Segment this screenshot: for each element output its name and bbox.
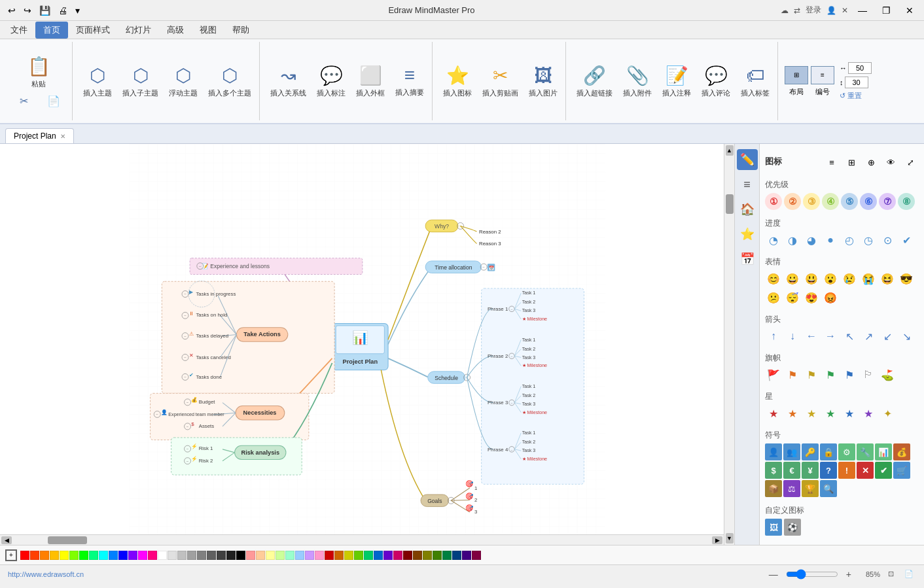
flag-golf-icon[interactable]: ⛳	[879, 366, 896, 383]
star-yellow-icon[interactable]: ★	[803, 405, 820, 422]
color-swatch[interactable]	[217, 551, 226, 560]
zoom-slider[interactable]	[786, 569, 838, 579]
emoji-confused[interactable]: 😕	[765, 289, 782, 306]
view-page-btn[interactable]: 📄	[902, 570, 916, 578]
color-swatch[interactable]	[295, 551, 304, 560]
sym-chart[interactable]: 📊	[875, 443, 892, 460]
color-swatch[interactable]	[207, 551, 216, 560]
menu-advanced[interactable]: 高级	[159, 22, 192, 39]
sym-person[interactable]: 👤	[765, 443, 782, 460]
insert-summary-btn[interactable]: ≡ 插入摘要	[391, 62, 428, 100]
star-red-icon[interactable]: ★	[765, 405, 782, 422]
flag-red-icon[interactable]: 🚩	[765, 366, 782, 383]
color-swatch[interactable]	[236, 551, 245, 560]
custom-icon-2[interactable]: ⚽	[784, 519, 801, 536]
save-btn[interactable]: 💾	[37, 4, 53, 17]
sym-scale[interactable]: ⚖	[783, 480, 800, 497]
color-swatch[interactable]	[40, 551, 49, 560]
emoji-happy[interactable]: 😀	[784, 270, 801, 287]
menu-file[interactable]: 文件	[3, 22, 35, 39]
color-swatch[interactable]	[138, 551, 147, 560]
panel-grid-view-btn[interactable]: ⊞	[843, 154, 860, 171]
priority-1-icon[interactable]: ①	[765, 193, 782, 210]
color-swatch[interactable]	[99, 551, 108, 560]
color-swatch[interactable]	[69, 551, 79, 560]
color-swatch[interactable]	[226, 551, 236, 560]
menu-home[interactable]: 首页	[35, 22, 68, 39]
scroll-thumb[interactable]	[726, 194, 734, 214]
qa-more-btn[interactable]: ▾	[73, 4, 82, 17]
color-swatch[interactable]	[325, 551, 334, 560]
sym-search[interactable]: 🔍	[820, 480, 837, 497]
arrow-ur-icon[interactable]: ↗	[860, 328, 877, 345]
insert-attachment-btn[interactable]: 📎 插入附件	[619, 62, 656, 101]
color-swatch[interactable]	[50, 551, 59, 560]
star-blue-icon[interactable]: ★	[841, 405, 858, 422]
canvas-hscroll[interactable]: ◀ ▶	[0, 534, 724, 545]
scroll-left-btn[interactable]: ◀	[1, 536, 12, 544]
maximize-btn[interactable]: ❐	[877, 4, 895, 17]
progress-a-icon[interactable]: ◴	[841, 232, 858, 249]
color-swatch[interactable]	[275, 551, 285, 560]
x-icon[interactable]: ✕	[842, 6, 848, 15]
progress-done-icon[interactable]: ✔	[898, 232, 915, 249]
color-swatch[interactable]	[256, 551, 265, 560]
emoji-cool[interactable]: 😎	[898, 270, 915, 287]
insert-float-topic-btn[interactable]: ⬡ 浮动主题	[165, 62, 202, 101]
sym-euro[interactable]: €	[783, 462, 800, 479]
color-swatch[interactable]	[118, 551, 128, 560]
height-input[interactable]	[845, 77, 868, 88]
priority-5-icon[interactable]: ⑤	[841, 193, 858, 210]
website-link[interactable]: http://www.edrawsoft.cn	[8, 570, 84, 578]
emoji-angry[interactable]: 😡	[822, 289, 839, 306]
emoji-cry[interactable]: 😭	[860, 270, 877, 287]
color-swatch[interactable]	[344, 551, 353, 560]
color-swatch[interactable]	[393, 551, 402, 560]
sym-money[interactable]: 💰	[893, 443, 910, 460]
star-green-icon[interactable]: ★	[822, 405, 839, 422]
fill-color-indicator[interactable]: +	[5, 549, 17, 561]
color-swatch[interactable]	[187, 551, 196, 560]
numbering-label[interactable]: 编号	[811, 87, 834, 97]
star-orange-icon[interactable]: ★	[784, 405, 801, 422]
insert-image-btn[interactable]: 🖼 插入图片	[525, 62, 561, 101]
flag-green-icon[interactable]: ⚑	[822, 366, 839, 383]
scroll-up-btn[interactable]: ▲	[726, 145, 734, 156]
sym-people[interactable]: 👥	[783, 443, 800, 460]
sidebar-icon-cursor[interactable]: ✏️	[737, 149, 758, 170]
sidebar-icon-theme[interactable]: 🏠	[737, 199, 758, 220]
flag-white-icon[interactable]: 🏳	[860, 366, 877, 383]
insert-comment-btn[interactable]: 💬 插入评论	[698, 62, 734, 101]
insert-icon-btn[interactable]: ⭐ 插入图标	[439, 62, 476, 101]
color-swatch[interactable]	[89, 551, 98, 560]
sym-question[interactable]: ?	[820, 462, 837, 479]
color-swatch[interactable]	[109, 551, 118, 560]
sidebar-icon-list[interactable]: ≡	[737, 174, 758, 195]
progress-25-icon[interactable]: ◑	[784, 232, 801, 249]
sidebar-icon-calendar[interactable]: 📅	[737, 249, 758, 269]
color-swatch[interactable]	[177, 551, 187, 560]
emoji-laugh[interactable]: 😆	[879, 270, 896, 287]
progress-0-icon[interactable]: ◔	[765, 232, 782, 249]
flag-yellow-icon[interactable]: ⚑	[803, 366, 820, 383]
color-swatch[interactable]	[462, 551, 471, 560]
cloud-icon[interactable]: ☁	[781, 6, 789, 15]
project-plan-tab[interactable]: Project Plan ✕	[5, 128, 74, 143]
insert-label-btn[interactable]: 💬 插入标注	[313, 62, 349, 101]
emoji-grin[interactable]: 😃	[803, 270, 820, 287]
color-swatch[interactable]	[315, 551, 324, 560]
sym-box[interactable]: 📦	[765, 480, 782, 497]
insert-clip-btn[interactable]: ✂ 插入剪贴画	[478, 62, 522, 101]
color-swatch[interactable]	[403, 551, 412, 560]
sym-check[interactable]: ✔	[875, 462, 892, 479]
arrow-left-icon[interactable]: ←	[803, 328, 820, 345]
user-icon[interactable]: 👤	[826, 6, 836, 15]
sym-yen[interactable]: ¥	[802, 462, 819, 479]
panel-expand-btn[interactable]: ⤢	[902, 154, 919, 171]
star-purple-icon[interactable]: ★	[860, 405, 877, 422]
menu-page-style[interactable]: 页面样式	[68, 22, 118, 39]
color-swatch[interactable]	[472, 551, 481, 560]
tab-close-btn[interactable]: ✕	[60, 133, 65, 140]
flag-blue-icon[interactable]: ⚑	[841, 366, 858, 383]
priority-8-icon[interactable]: ⑧	[898, 193, 915, 210]
